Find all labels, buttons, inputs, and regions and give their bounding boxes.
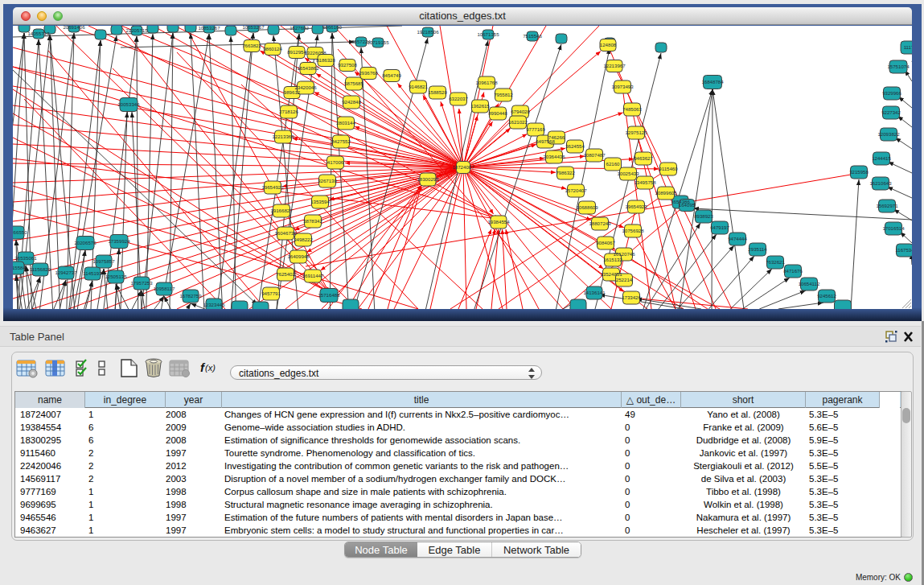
svg-text:17016514: 17016514 — [882, 225, 905, 231]
svg-text:12323446: 12323446 — [203, 302, 225, 307]
svg-text:1362615: 1362615 — [470, 103, 490, 109]
svg-text:15716485: 15716485 — [318, 292, 340, 298]
svg-text:1167534: 1167534 — [895, 247, 912, 253]
svg-text:20053346: 20053346 — [117, 101, 140, 107]
svg-text:10671355: 10671355 — [477, 31, 499, 37]
svg-text:9777169: 9777169 — [526, 126, 545, 132]
svg-text:9242848: 9242848 — [342, 99, 361, 105]
svg-text:10975857: 10975857 — [92, 258, 115, 264]
svg-text:20206576: 20206576 — [74, 240, 97, 245]
svg-text:19654923: 19654923 — [625, 204, 647, 209]
svg-text:9860124: 9860124 — [263, 46, 282, 51]
svg-text:12213369: 12213369 — [272, 134, 294, 139]
svg-text:9327508: 9327508 — [338, 62, 357, 68]
svg-text:6479197: 6479197 — [710, 225, 729, 230]
svg-text:2718126: 2718126 — [279, 109, 298, 114]
svg-text:23420046: 23420046 — [294, 84, 317, 90]
svg-text:1145193: 1145193 — [83, 270, 102, 276]
svg-text:2803144: 2803144 — [336, 120, 355, 126]
svg-text:8471676: 8471676 — [783, 268, 803, 274]
svg-text:16782759: 16782759 — [179, 293, 202, 299]
svg-text:1353594: 1353594 — [310, 199, 330, 204]
svg-text:16409948: 16409948 — [287, 253, 310, 259]
svg-text:16848784: 16848784 — [701, 79, 724, 84]
svg-text:746266: 746266 — [548, 134, 565, 140]
svg-text:14136141: 14136141 — [583, 290, 606, 295]
svg-text:7955812: 7955812 — [494, 92, 513, 97]
svg-text:19384554: 19384554 — [487, 219, 510, 225]
svg-text:19654923: 19654923 — [261, 184, 284, 190]
svg-text:9463627: 9463627 — [634, 155, 653, 161]
svg-text:13495758: 13495758 — [634, 179, 656, 185]
svg-text:15751074: 15751074 — [887, 64, 910, 69]
svg-text:10025433: 10025433 — [617, 171, 639, 176]
svg-text:3267130: 3267130 — [318, 178, 337, 183]
svg-text:12213967: 12213967 — [603, 63, 626, 68]
svg-text:1244415: 1244415 — [872, 155, 891, 161]
svg-text:10961768: 10961768 — [475, 80, 498, 85]
svg-text:10654112: 10654112 — [799, 281, 820, 286]
svg-text:26535061: 26535061 — [14, 255, 37, 261]
svg-text:10719155: 10719155 — [367, 39, 389, 45]
svg-text:989612: 989612 — [284, 89, 301, 95]
svg-text:5875685: 5875685 — [344, 80, 363, 86]
svg-text:10853267: 10853267 — [198, 26, 220, 31]
svg-text:12942737: 12942737 — [55, 270, 77, 275]
svg-text:9245612: 9245612 — [817, 293, 836, 299]
svg-text:(x): (x) — [205, 363, 216, 373]
svg-text:16120746: 16120746 — [613, 251, 635, 257]
svg-text:5878342: 5878342 — [303, 218, 322, 224]
svg-text:18724007: 18724007 — [452, 164, 474, 170]
svg-text:1621022: 1621022 — [508, 119, 528, 125]
svg-text:3915584: 3915584 — [13, 265, 26, 270]
svg-text:10807487: 10807487 — [583, 152, 606, 158]
svg-text:10688609: 10688609 — [576, 204, 598, 210]
svg-text:6794028: 6794028 — [511, 109, 530, 114]
svg-text:6322037: 6322037 — [449, 96, 468, 101]
svg-text:8454749: 8454749 — [382, 72, 401, 78]
svg-text:3215958: 3215958 — [849, 169, 869, 175]
svg-text:9227342: 9227342 — [881, 109, 901, 115]
svg-text:252214: 252214 — [616, 277, 633, 282]
svg-text:10958117: 10958117 — [154, 286, 175, 291]
svg-text:1117: 1117 — [904, 44, 912, 50]
svg-text:9084067: 9084067 — [596, 240, 615, 245]
svg-text:3498222: 3498222 — [294, 237, 313, 242]
svg-text:8186328: 8186328 — [316, 57, 335, 63]
svg-text:417006: 417006 — [327, 159, 344, 165]
svg-text:13226058: 13226058 — [304, 50, 326, 56]
svg-text:15720407: 15720407 — [565, 187, 587, 193]
svg-text:21205715: 21205715 — [125, 27, 148, 33]
svg-text:164095: 164095 — [679, 202, 696, 208]
svg-text:20691406: 20691406 — [63, 26, 85, 30]
svg-text:18300295: 18300295 — [417, 176, 439, 182]
svg-text:26266550: 26266550 — [13, 229, 27, 235]
svg-text:62160: 62160 — [606, 161, 621, 167]
svg-text:1588520: 1588520 — [428, 89, 447, 95]
svg-text:9115460: 9115460 — [659, 166, 678, 171]
svg-text:16911447: 16911447 — [302, 273, 324, 278]
svg-text:1527602: 1527602 — [290, 26, 309, 31]
svg-text:10653267: 10653267 — [242, 26, 265, 30]
svg-text:7632621: 7632621 — [766, 259, 785, 265]
svg-text:12975125: 12975125 — [625, 130, 647, 135]
svg-text:19218506: 19218506 — [417, 29, 439, 35]
svg-text:8990448: 8990448 — [488, 110, 507, 116]
svg-text:17359924: 17359924 — [108, 238, 130, 244]
svg-text:3624554: 3624554 — [565, 143, 585, 149]
svg-text:9474444: 9474444 — [728, 236, 747, 241]
svg-text:16543862: 16543862 — [297, 65, 319, 71]
svg-text:7625402: 7625402 — [276, 271, 295, 277]
svg-text:1733426: 1733426 — [622, 295, 641, 300]
svg-text:17957253: 17957253 — [130, 280, 153, 286]
svg-text:10899605: 10899605 — [655, 190, 677, 196]
svg-text:14055713: 14055713 — [27, 31, 50, 36]
svg-text:10756928: 10756928 — [622, 228, 644, 233]
svg-text:7485063: 7485063 — [622, 106, 642, 112]
svg-text:2935114: 2935114 — [748, 246, 767, 252]
svg-text:1615132: 1615132 — [603, 257, 622, 262]
svg-text:7515546: 7515546 — [523, 33, 542, 39]
svg-text:12093822: 12093822 — [877, 131, 900, 137]
svg-text:11156829: 11156829 — [30, 266, 51, 272]
svg-text:16046738: 16046738 — [274, 230, 297, 236]
